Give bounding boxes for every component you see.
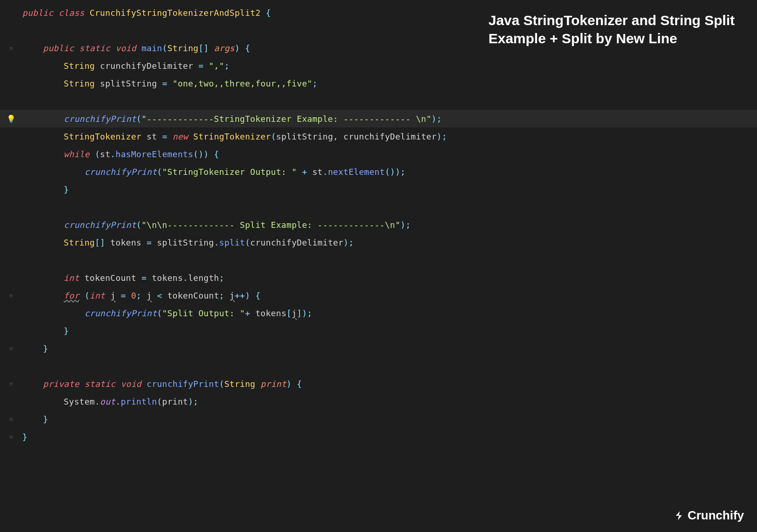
code-content[interactable]: }	[22, 344, 757, 353]
code-token: j	[110, 291, 115, 300]
code-token: StringTokenizer	[193, 132, 271, 141]
code-line[interactable]: ⊟ for (int j = 0; j < tokenCount; j++) {	[0, 286, 757, 304]
code-token: static	[85, 379, 121, 389]
code-line[interactable]: System.out.println(print);	[0, 392, 757, 410]
code-token: static	[80, 43, 116, 53]
code-token: print	[162, 397, 188, 406]
code-line[interactable]	[0, 251, 757, 269]
gutter[interactable]: ⊟	[0, 45, 22, 51]
fold-icon[interactable]: ⊟	[10, 416, 13, 422]
code-token: st	[100, 149, 110, 159]
fold-icon[interactable]: ⊟	[10, 434, 13, 440]
code-token: "-------------StringTokenizer Example: -…	[141, 114, 432, 124]
code-token: .	[183, 273, 188, 283]
gutter[interactable]: ⊟	[0, 434, 22, 440]
code-line[interactable]: ⊟ }	[0, 410, 757, 428]
code-content[interactable]: }	[22, 326, 757, 336]
code-content[interactable]: System.out.println(print);	[22, 397, 757, 406]
code-token: (	[157, 397, 162, 406]
brand-logo-icon	[673, 510, 685, 522]
code-content[interactable]: crunchifyPrint("-------------StringToken…	[22, 114, 757, 124]
lightbulb-icon[interactable]: 💡	[7, 114, 16, 123]
code-content[interactable]: }	[22, 432, 757, 442]
code-token: public	[43, 43, 80, 53]
code-line[interactable]: String[] tokens = splitString.split(crun…	[0, 233, 757, 251]
code-line[interactable]: StringTokenizer st = new StringTokenizer…	[0, 127, 757, 145]
gutter[interactable]: 💡	[0, 114, 22, 123]
code-line[interactable]	[0, 357, 757, 375]
code-editor[interactable]: public class CrunchifyStringTokenizerAnd…	[0, 0, 757, 446]
code-line[interactable]: ⊟ private static void crunchifyPrint(Str…	[0, 375, 757, 392]
fold-icon[interactable]: ⊟	[10, 45, 13, 51]
fold-icon[interactable]: ⊟	[10, 293, 13, 299]
code-token: while	[64, 149, 95, 159]
code-token: .	[110, 149, 115, 159]
code-line[interactable]	[0, 92, 757, 110]
gutter[interactable]: ⊟	[0, 416, 22, 422]
code-line[interactable]: String splitString = "one,two,,three,fou…	[0, 74, 757, 92]
code-line[interactable]	[0, 198, 757, 216]
gutter[interactable]: ⊟	[0, 293, 22, 299]
code-line[interactable]: }	[0, 180, 757, 198]
fold-icon[interactable]: ⊟	[10, 346, 13, 352]
code-token: out	[100, 397, 115, 406]
code-token: []	[199, 43, 214, 53]
code-line[interactable]: while (st.hasMoreElements()) {	[0, 145, 757, 163]
code-token: new	[173, 132, 193, 141]
code-token: .	[95, 397, 100, 406]
code-token: nextElement	[328, 167, 385, 177]
code-token: }	[64, 185, 69, 194]
code-line[interactable]: String crunchifyDelimiter = ",";	[0, 57, 757, 74]
code-token: .	[116, 397, 121, 406]
code-token: crunchifyDelimiter	[250, 238, 343, 247]
code-line[interactable]: crunchifyPrint("\n\n------------- Split …	[0, 216, 757, 233]
code-content[interactable]: String crunchifyDelimiter = ",";	[22, 61, 757, 71]
code-token: =	[199, 61, 209, 71]
gutter[interactable]: ⊟	[0, 346, 22, 352]
brand-name: Crunchify	[688, 508, 744, 523]
code-token: ;	[312, 79, 318, 88]
code-content[interactable]: String[] tokens = splitString.split(crun…	[22, 238, 757, 247]
code-token: .	[323, 167, 328, 177]
code-content[interactable]: crunchifyPrint("StringTokenizer Output: …	[22, 167, 757, 177]
code-line[interactable]: int tokenCount = tokens.length;	[0, 269, 757, 286]
code-token: );	[400, 220, 411, 230]
code-token: =	[162, 79, 173, 88]
code-line[interactable]: crunchifyPrint("Split Output: "+ tokens[…	[0, 304, 757, 322]
code-content[interactable]: String splitString = "one,two,,three,fou…	[22, 79, 757, 88]
code-token: (	[245, 238, 250, 247]
code-token: int	[64, 273, 85, 283]
code-content[interactable]: }	[22, 185, 757, 194]
code-token: ","	[209, 61, 224, 71]
code-token: <	[152, 291, 167, 300]
code-token: ++) {	[235, 291, 261, 300]
code-token: j	[230, 291, 235, 300]
code-token: j	[146, 291, 152, 300]
code-content[interactable]	[22, 96, 757, 106]
code-token: (	[271, 132, 276, 141]
fold-icon[interactable]: ⊟	[10, 381, 13, 387]
code-line[interactable]: crunchifyPrint("StringTokenizer Output: …	[0, 163, 757, 180]
code-content[interactable]	[22, 361, 757, 371]
code-token: crunchifyPrint	[85, 308, 157, 318]
code-content[interactable]: crunchifyPrint("Split Output: "+ tokens[…	[22, 308, 757, 318]
code-line[interactable]: 💡 crunchifyPrint("-------------StringTok…	[0, 110, 757, 127]
code-token: String	[64, 79, 100, 88]
code-content[interactable]: private static void crunchifyPrint(Strin…	[22, 379, 757, 389]
code-token: crunchifyPrint	[64, 114, 136, 124]
code-content[interactable]	[22, 255, 757, 265]
code-token: +	[297, 167, 312, 177]
code-content[interactable]: while (st.hasMoreElements()) {	[22, 149, 757, 159]
code-token: +	[245, 308, 255, 318]
code-token: (	[162, 43, 167, 53]
code-content[interactable]: }	[22, 414, 757, 424]
code-content[interactable]: crunchifyPrint("\n\n------------- Split …	[22, 220, 757, 230]
code-content[interactable]	[22, 202, 757, 212]
code-line[interactable]: ⊟}	[0, 428, 757, 446]
code-content[interactable]: for (int j = 0; j < tokenCount; j++) {	[22, 291, 757, 300]
gutter[interactable]: ⊟	[0, 381, 22, 387]
code-line[interactable]: ⊟ }	[0, 339, 757, 357]
code-line[interactable]: }	[0, 322, 757, 339]
code-content[interactable]: int tokenCount = tokens.length;	[22, 273, 757, 283]
code-content[interactable]: StringTokenizer st = new StringTokenizer…	[22, 132, 757, 141]
